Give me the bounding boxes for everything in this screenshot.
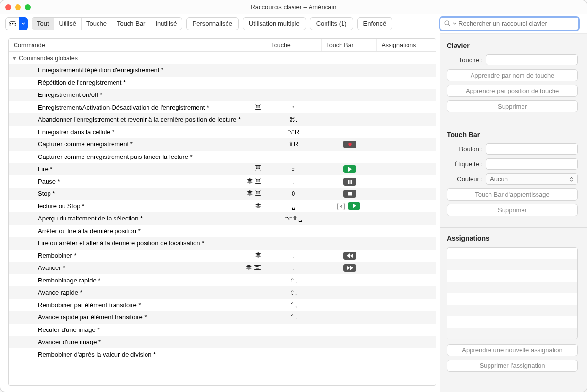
table-row[interactable]: Aperçu du traitement de la sélection *⌥⇧… (9, 212, 436, 225)
search-field[interactable] (439, 16, 580, 31)
table-row[interactable]: Stop * 0 (9, 188, 436, 200)
table-row[interactable]: Enregistrement/Répétition d'enregistreme… (9, 64, 436, 77)
table-row[interactable]: Enregistrer dans la cellule *⌥R (9, 126, 436, 139)
table-row[interactable]: Répétition de l'enregistrement * (9, 77, 436, 89)
assignments-cell (376, 175, 436, 188)
table-row[interactable]: Rembobiner d'après la valeur de division… (9, 348, 436, 361)
table-row[interactable]: Avance rapide *⇧. (9, 286, 436, 299)
filter-seg-inutilisé[interactable]: Inutilisé (150, 18, 181, 30)
tb-label-input[interactable] (486, 158, 578, 170)
chevron-down-icon[interactable] (19, 17, 28, 30)
delete-assignment-button[interactable]: Supprimer l'assignation (447, 360, 578, 372)
filter-seg-tout[interactable]: Tout (32, 18, 54, 30)
assignments-cell (376, 311, 436, 324)
table-row[interactable]: Rembobiner * , (9, 250, 436, 262)
key-cell: 0 (266, 188, 321, 200)
table-row[interactable]: Lire * ⌅ (9, 163, 436, 175)
delete-touchbar-button[interactable]: Supprimer (447, 204, 578, 216)
key-cell: ⌃, (266, 299, 321, 312)
touchbar-cell (321, 311, 376, 324)
svg-point-2 (14, 23, 16, 24)
table-row[interactable]: Enregistrement/Activation-Désactivation … (9, 101, 436, 114)
touchbar-cell (321, 336, 376, 348)
assignments-cell (376, 262, 436, 274)
key-cell: ⌥R (266, 126, 321, 139)
table-row[interactable]: Rembobiner par élément transitoire *⌃, (9, 299, 436, 312)
assignments-cell (376, 225, 436, 237)
touchbar-cell (321, 250, 376, 262)
table-row[interactable]: Capturer comme enregistrement *⇧R (9, 138, 436, 151)
tb-button-input[interactable] (486, 143, 578, 155)
custom-filter-button[interactable]: Personnalisée (186, 17, 239, 30)
filter-seg-touche[interactable]: Touche (82, 18, 112, 30)
search-input[interactable] (458, 20, 574, 27)
key-cell (266, 348, 321, 361)
tb-color-select[interactable]: Aucun (486, 173, 578, 185)
command-cell: Enregistrement on/off * (9, 89, 137, 101)
command-cell: Avancer * (9, 262, 137, 274)
modifier-icons-cell (137, 212, 266, 225)
delete-key-button[interactable]: Supprimer (447, 100, 578, 112)
filter-segmented[interactable]: ToutUtiliséToucheTouch BarInutilisé (32, 17, 182, 30)
pressed-filter-button[interactable]: Enfoncé (357, 17, 393, 30)
filter-seg-touch-bar[interactable]: Touch Bar (112, 18, 151, 30)
svg-rect-40 (256, 266, 257, 267)
svg-rect-18 (256, 168, 257, 169)
modifier-icons-cell (137, 311, 266, 324)
table-row[interactable]: Abandonner l'enregistrement et revenir à… (9, 113, 436, 126)
col-key-header[interactable]: Touche (266, 39, 321, 52)
table-row[interactable]: Avance rapide par élément transitoire *⌃… (9, 311, 436, 324)
table-row[interactable]: Reculer d'une image * (9, 324, 436, 336)
table-row[interactable]: Arrêter ou lire à la dernière position * (9, 225, 436, 237)
key-cell (266, 237, 321, 250)
learn-by-position-button[interactable]: Apprendre par position de touche (447, 85, 578, 97)
col-command-header[interactable]: Commande (9, 39, 266, 52)
assignments-list[interactable] (447, 247, 578, 339)
conflicts-filter-button[interactable]: Conflits (1) (310, 17, 353, 30)
table-row[interactable]: lecture ou Stop * ␣4 (9, 200, 436, 213)
svg-point-1 (12, 23, 13, 24)
key-cell (266, 336, 321, 348)
table-row[interactable]: Avancer d'une image * (9, 336, 436, 348)
col-assignments-header[interactable]: Assignations (376, 39, 436, 52)
table-row[interactable]: Lire ou arrêter et aller à la dernière p… (9, 237, 436, 250)
command-cell: Abandonner l'enregistrement et revenir à… (9, 113, 137, 126)
command-cell: Rembobinage rapide * (9, 274, 137, 287)
view-mode-button[interactable] (5, 17, 28, 30)
assignments-heading: Assignations (447, 235, 578, 242)
key-input[interactable] (486, 54, 578, 65)
key-cell: ⇧. (266, 286, 321, 299)
modifier-icons-cell (137, 126, 266, 139)
assignments-cell (376, 151, 436, 163)
svg-rect-35 (258, 193, 259, 194)
layers-icon (247, 178, 253, 184)
touchbar-cell: 4 (321, 200, 376, 213)
touchbar-cell (321, 324, 376, 336)
command-cell: Arrêter ou lire à la dernière position * (9, 225, 137, 237)
table-row[interactable]: Rembobinage rapide *⇧, (9, 274, 436, 287)
key-cell: , (266, 250, 321, 262)
group-row[interactable]: ▾Commandes globales (9, 52, 436, 64)
learn-touchbar-button[interactable]: Touch Bar d'apprentissage (447, 188, 578, 201)
table-row[interactable]: Pause * . (9, 175, 436, 188)
touchbar-play-icon (348, 202, 360, 210)
filter-seg-utilisé[interactable]: Utilisé (54, 18, 82, 30)
svg-rect-31 (256, 191, 257, 192)
svg-rect-29 (350, 180, 352, 184)
svg-point-13 (348, 143, 351, 146)
touchbar-cell (321, 274, 376, 287)
learn-assignment-button[interactable]: Apprendre une nouvelle assignation (447, 344, 578, 356)
chevron-down-icon[interactable] (453, 22, 457, 25)
ellipsis-icon[interactable] (5, 17, 19, 30)
table-row[interactable]: Capturer comme enregistrement puis lance… (9, 151, 436, 163)
layers-icon (246, 265, 252, 270)
table-row[interactable]: Avancer * . (9, 262, 436, 274)
learn-by-name-button[interactable]: Apprendre par nom de touche (447, 69, 578, 81)
svg-rect-25 (256, 180, 257, 181)
multi-use-filter-button[interactable]: Utilisation multiple (243, 17, 306, 30)
svg-rect-36 (259, 193, 260, 194)
col-touchbar-header[interactable]: Touch Bar (321, 39, 376, 52)
table-row[interactable]: Enregistrement on/off * (9, 89, 436, 101)
shortcuts-table-wrap[interactable]: Commande Touche Touch Bar Assignations ▾… (8, 38, 436, 386)
assignments-cell (376, 200, 436, 213)
